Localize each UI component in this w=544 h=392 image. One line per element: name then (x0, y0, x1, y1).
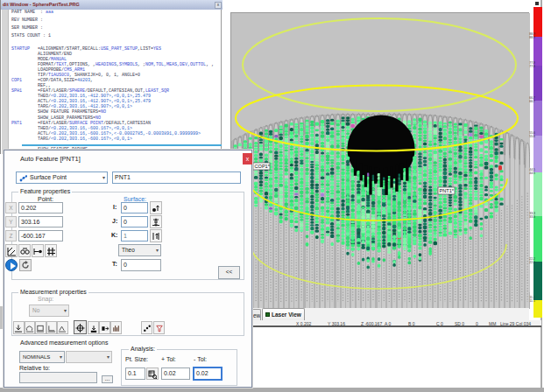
svg-text:PNT1*: PNT1* (440, 188, 455, 193)
svg-text:COP1*: COP1* (255, 164, 271, 169)
